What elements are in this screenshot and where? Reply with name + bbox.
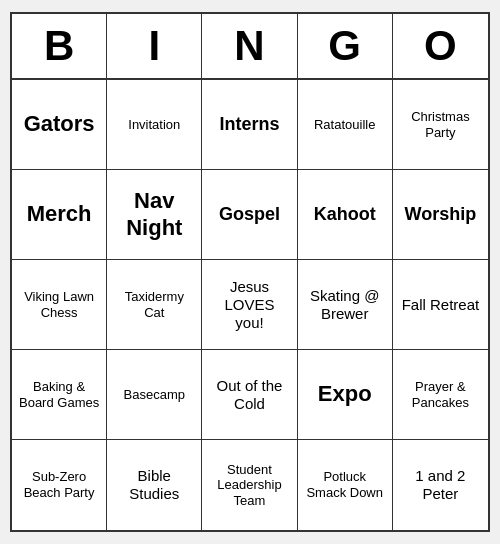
cell-text-0: Gators xyxy=(24,111,95,137)
cell-text-11: Taxidermy Cat xyxy=(113,289,195,320)
cell-text-8: Kahoot xyxy=(314,204,376,226)
bingo-cell-14: Fall Retreat xyxy=(393,260,488,350)
bingo-cell-12: Jesus LOVES you! xyxy=(202,260,297,350)
bingo-cell-4: Christmas Party xyxy=(393,80,488,170)
bingo-cell-19: Prayer & Pancakes xyxy=(393,350,488,440)
bingo-grid: GatorsInvitationInternsRatatouilleChrist… xyxy=(12,80,488,530)
bingo-cell-22: Student Leadership Team xyxy=(202,440,297,530)
cell-text-6: Nav Night xyxy=(113,188,195,241)
cell-text-19: Prayer & Pancakes xyxy=(399,379,482,410)
cell-text-2: Interns xyxy=(219,114,279,136)
cell-text-16: Basecamp xyxy=(124,387,185,403)
bingo-cell-2: Interns xyxy=(202,80,297,170)
cell-text-4: Christmas Party xyxy=(399,109,482,140)
cell-text-21: Bible Studies xyxy=(113,467,195,503)
cell-text-7: Gospel xyxy=(219,204,280,226)
cell-text-9: Worship xyxy=(405,204,477,226)
cell-text-22: Student Leadership Team xyxy=(208,462,290,509)
bingo-cell-6: Nav Night xyxy=(107,170,202,260)
bingo-cell-20: Sub-Zero Beach Party xyxy=(12,440,107,530)
cell-text-17: Out of the Cold xyxy=(208,377,290,413)
cell-text-23: Potluck Smack Down xyxy=(304,469,386,500)
cell-text-3: Ratatouille xyxy=(314,117,375,133)
bingo-cell-24: 1 and 2 Peter xyxy=(393,440,488,530)
bingo-cell-0: Gators xyxy=(12,80,107,170)
cell-text-24: 1 and 2 Peter xyxy=(399,467,482,503)
bingo-letter-N: N xyxy=(202,14,297,78)
bingo-cell-3: Ratatouille xyxy=(298,80,393,170)
cell-text-5: Merch xyxy=(27,201,92,227)
bingo-cell-5: Merch xyxy=(12,170,107,260)
cell-text-18: Expo xyxy=(318,381,372,407)
cell-text-20: Sub-Zero Beach Party xyxy=(18,469,100,500)
cell-text-12: Jesus LOVES you! xyxy=(208,278,290,332)
bingo-cell-10: Viking Lawn Chess xyxy=(12,260,107,350)
bingo-cell-9: Worship xyxy=(393,170,488,260)
bingo-cell-7: Gospel xyxy=(202,170,297,260)
bingo-cell-1: Invitation xyxy=(107,80,202,170)
cell-text-14: Fall Retreat xyxy=(402,296,480,314)
bingo-header: BINGO xyxy=(12,14,488,80)
bingo-cell-18: Expo xyxy=(298,350,393,440)
bingo-cell-16: Basecamp xyxy=(107,350,202,440)
bingo-cell-8: Kahoot xyxy=(298,170,393,260)
bingo-cell-13: Skating @ Brewer xyxy=(298,260,393,350)
bingo-card: BINGO GatorsInvitationInternsRatatouille… xyxy=(10,12,490,532)
cell-text-1: Invitation xyxy=(128,117,180,133)
cell-text-13: Skating @ Brewer xyxy=(304,287,386,323)
bingo-cell-23: Potluck Smack Down xyxy=(298,440,393,530)
bingo-letter-B: B xyxy=(12,14,107,78)
cell-text-10: Viking Lawn Chess xyxy=(18,289,100,320)
bingo-letter-G: G xyxy=(298,14,393,78)
bingo-letter-I: I xyxy=(107,14,202,78)
bingo-cell-17: Out of the Cold xyxy=(202,350,297,440)
bingo-cell-15: Baking & Board Games xyxy=(12,350,107,440)
cell-text-15: Baking & Board Games xyxy=(18,379,100,410)
bingo-cell-21: Bible Studies xyxy=(107,440,202,530)
bingo-cell-11: Taxidermy Cat xyxy=(107,260,202,350)
bingo-letter-O: O xyxy=(393,14,488,78)
